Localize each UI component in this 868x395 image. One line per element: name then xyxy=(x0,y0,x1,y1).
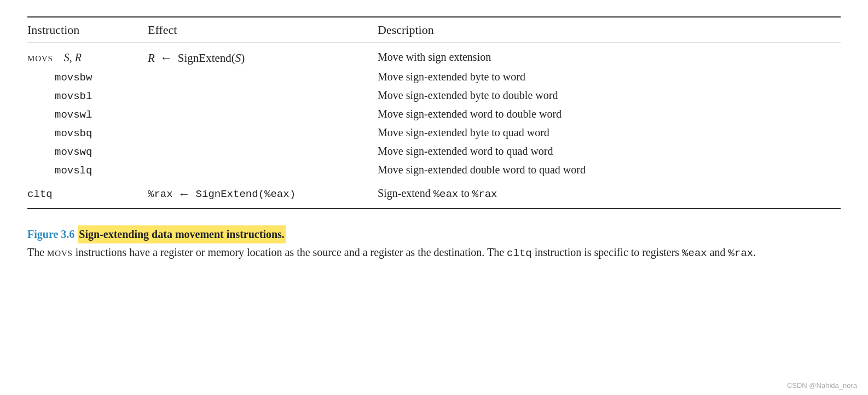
table-row: movsbl Move sign-extended byte to double… xyxy=(27,86,841,105)
effect-cell xyxy=(148,142,378,161)
instruction-cell: movs S, R xyxy=(27,43,148,68)
cltq-effect: %rax ← SignExtend(%eax) xyxy=(148,187,372,201)
table-header-row: Instruction Effect Description xyxy=(27,17,841,43)
cltq-instruction: cltq xyxy=(27,188,53,200)
caption-body: The movs instructions have a register or… xyxy=(27,243,756,262)
instruction-table: Instruction Effect Description movs S, R xyxy=(27,16,841,209)
effect-cell xyxy=(148,68,378,86)
instruction-cell: movswl xyxy=(27,105,148,124)
movs-effect: R ← SignExtend(S) xyxy=(148,51,372,65)
movslq-instruction: movslq xyxy=(55,165,92,177)
table-row: movswl Move sign-extended word to double… xyxy=(27,105,841,124)
movsbq-instruction: movsbq xyxy=(55,127,92,140)
effect-cell: R ← SignExtend(S) xyxy=(148,43,378,68)
instruction-cell: movsbl xyxy=(27,86,148,105)
movswl-instruction: movswl xyxy=(55,109,92,121)
effect-cell xyxy=(148,86,378,105)
description-cell: Move sign-extended byte to double word xyxy=(378,86,841,105)
caption-highlight: Sign-extending data movement instruction… xyxy=(78,225,286,243)
effect-cell xyxy=(148,105,378,124)
instruction-cell: movswq xyxy=(27,142,148,161)
figure-label: Figure 3.6 xyxy=(27,226,74,243)
table-row: cltq %rax ← SignExtend(%eax) Sign-extend… xyxy=(27,179,841,208)
watermark: CSDN @Nahida_nora xyxy=(787,381,857,390)
movsbl-instruction: movsbl xyxy=(55,90,92,102)
table-row: movslq Move sign-extended double word to… xyxy=(27,161,841,179)
header-effect: Effect xyxy=(148,17,378,43)
table-row: movsbw Move sign-extended byte to word xyxy=(27,68,841,86)
movs-args: S, R xyxy=(64,51,82,63)
effect-cell: %rax ← SignExtend(%eax) xyxy=(148,179,378,208)
table-row: movsbq Move sign-extended byte to quad w… xyxy=(27,124,841,142)
page-container: Instruction Effect Description movs S, R xyxy=(0,0,868,395)
table-row: movs S, R R ← SignExtend(S) Move with si… xyxy=(27,43,841,68)
movswq-instruction: movswq xyxy=(55,146,92,158)
table-row: movswq Move sign-extended word to quad w… xyxy=(27,142,841,161)
table-wrapper: Instruction Effect Description movs S, R xyxy=(27,16,841,209)
description-cell: Move sign-extended byte to quad word xyxy=(378,124,841,142)
instruction-cell: cltq xyxy=(27,179,148,208)
header-description: Description xyxy=(378,17,841,43)
instruction-cell: movsbq xyxy=(27,124,148,142)
description-cell: Move sign-extended double word to quad w… xyxy=(378,161,841,179)
figure-caption: Figure 3.6 Sign-extending data movement … xyxy=(27,219,841,262)
description-cell: Move with sign extension xyxy=(378,43,841,68)
description-cell: Move sign-extended word to quad word xyxy=(378,142,841,161)
description-cell: Move sign-extended word to double word xyxy=(378,105,841,124)
description-cell: Sign-extend %eax to %rax xyxy=(378,179,841,208)
description-cell: Move sign-extended byte to word xyxy=(378,68,841,86)
instruction-cell: movslq xyxy=(27,161,148,179)
effect-cell xyxy=(148,124,378,142)
instruction-cell: movsbw xyxy=(27,68,148,86)
movs-instruction: movs xyxy=(27,51,53,64)
header-instruction: Instruction xyxy=(27,17,148,43)
movsbw-instruction: movsbw xyxy=(55,72,92,84)
effect-cell xyxy=(148,161,378,179)
